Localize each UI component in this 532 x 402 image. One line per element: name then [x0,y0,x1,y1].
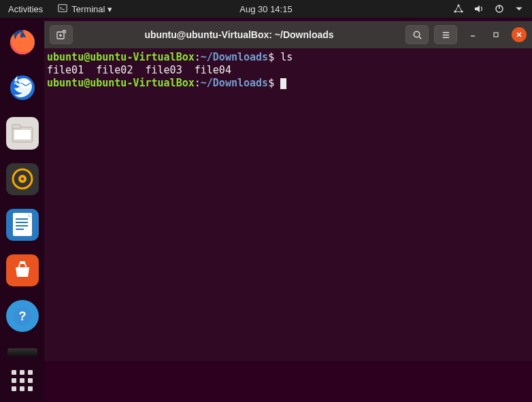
svg-rect-10 [12,124,20,129]
dock-thunderbird-icon[interactable] [6,71,39,103]
prompt-path: ~/Downloads [201,51,268,63]
terminal-content[interactable]: ubuntu@ubuntu-VirtualBox:~/Downloads$ ls… [44,48,532,361]
activities-button[interactable]: Activities [8,4,43,14]
svg-point-13 [21,178,24,180]
network-icon[interactable] [453,3,464,14]
hamburger-menu-button[interactable] [434,25,457,44]
prompt-separator: : [195,77,201,89]
activities-label: Activities [8,4,43,14]
terminal-line: file01 file02 file03 file04 [47,64,529,77]
svg-rect-16 [16,222,28,223]
prompt-dollar: $ [268,51,280,63]
terminal-line: ubuntu@ubuntu-VirtualBox:~/Downloads$ ls [47,51,529,64]
dock-separator [7,348,37,356]
prompt-user: ubuntu@ubuntu-VirtualBox [47,77,195,89]
window-title: ubuntu@ubuntu-VirtualBox: ~/Downloads [78,29,400,40]
app-menu-label: Terminal ▾ [71,4,112,14]
launcher-dock: ? [0,18,44,402]
svg-rect-9 [14,130,31,139]
terminal-window: ubuntu@ubuntu-VirtualBox: ~/Downloads ub… [44,21,532,361]
clock-label: Aug 30 14:15 [239,4,292,14]
clock[interactable]: Aug 30 14:15 [239,4,292,14]
close-button[interactable] [512,27,527,42]
svg-point-7 [20,80,31,88]
dock-ubuntu-software-icon[interactable] [6,254,39,286]
command-text: ls [280,51,293,63]
dock-files-icon[interactable] [6,117,39,149]
svg-rect-24 [494,33,498,37]
terminal-line: ubuntu@ubuntu-VirtualBox:~/Downloads$ [47,77,529,90]
svg-rect-15 [16,218,28,220]
svg-point-23 [414,31,419,37]
minimize-button[interactable] [465,27,480,42]
svg-rect-19 [20,261,25,264]
prompt-path: ~/Downloads [201,77,268,89]
dock-libreoffice-writer-icon[interactable] [6,209,39,241]
show-applications-button[interactable] [12,370,33,391]
svg-rect-17 [16,225,28,227]
dock-rhythmbox-icon[interactable] [6,163,39,195]
dock-help-icon[interactable]: ? [6,300,39,332]
maximize-button[interactable] [488,27,503,42]
volume-icon[interactable] [473,3,484,14]
terminal-icon [58,3,67,15]
svg-rect-18 [16,229,24,230]
search-button[interactable] [405,25,429,44]
app-menu[interactable]: Terminal ▾ [58,3,112,15]
prompt-dollar: $ [268,77,280,89]
dock-firefox-icon[interactable] [6,26,39,58]
svg-text:?: ? [18,309,26,323]
new-tab-button[interactable] [50,25,73,44]
prompt-separator: : [195,51,201,63]
top-panel: Activities Terminal ▾ Aug 30 14:15 [0,0,532,18]
prompt-user: ubuntu@ubuntu-VirtualBox [47,51,195,63]
system-menu-chevron-icon[interactable] [514,4,524,14]
cursor [280,78,286,89]
terminal-titlebar: ubuntu@ubuntu-VirtualBox: ~/Downloads [44,21,532,48]
power-icon[interactable] [494,3,505,14]
svg-rect-0 [59,4,67,12]
